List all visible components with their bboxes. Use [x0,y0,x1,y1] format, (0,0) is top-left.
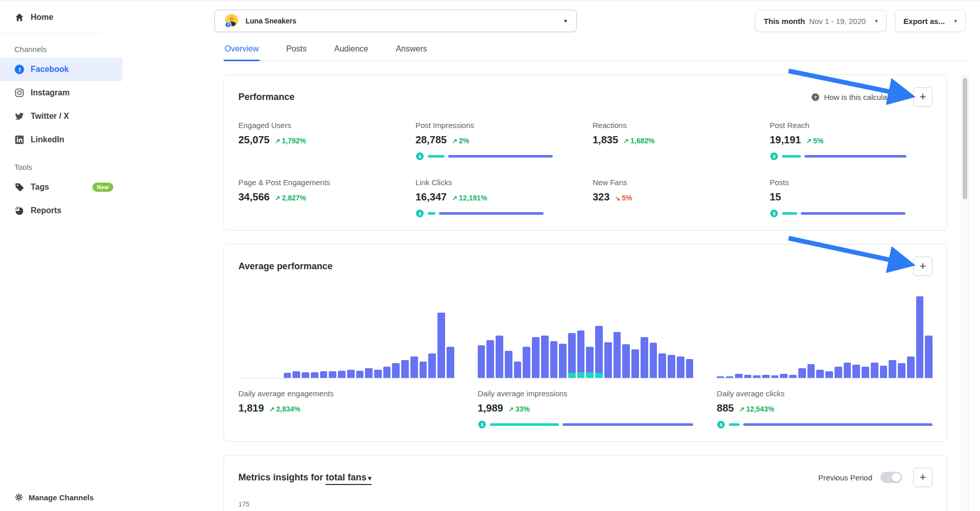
chart-bar-paid-segment [586,372,594,378]
chart-bar [835,367,842,378]
sidebar-item-home[interactable]: Home [0,6,122,29]
metric-delta: ↗2,834% [269,405,300,413]
chevron-down-icon: ▾ [368,474,372,482]
metric-value: 1,835 [593,134,618,146]
sidebar-item-linkedin[interactable]: LinkedIn [0,128,122,151]
performance-header-actions: ? How is this calculated? + [811,87,933,107]
sidebar-item-reports[interactable]: Reports [0,199,122,222]
how-calculated-link[interactable]: ? How is this calculated? [811,93,902,101]
metric-label: Engaged Users [238,121,401,130]
trend-up-icon: ↗ [508,405,514,413]
y-axis-tick: 175 [238,500,933,508]
chevron-down-icon: ▾ [564,17,567,24]
chart-bar [550,341,558,378]
chart-bar [735,374,743,378]
chart-bar [789,375,797,378]
linkedin-icon [14,135,24,145]
tab-audience[interactable]: Audience [333,44,370,61]
date-range-selector[interactable]: This month Nov 1 - 19, 2020 ▾ [755,10,887,32]
chart-bar [614,332,621,378]
add-insight-button[interactable]: + [913,468,933,487]
add-average-metric-button[interactable]: + [913,257,933,276]
metric-delta: ↗2,827% [275,194,306,202]
delta-value: 12,191% [459,194,487,202]
chart-bar [496,336,503,378]
stat-value-row: 1,819↗2,834% [238,402,454,414]
stat-label: Daily average engagements [238,389,454,398]
account-selector[interactable]: f Luna Sneakers ▾ [214,10,577,32]
delta-value: 2,834% [276,405,300,413]
metric-delta: ↗1,682% [623,137,654,145]
home-icon [14,12,24,22]
tag-icon [14,182,24,192]
chart-bar [514,362,522,378]
daily-engagements-bar-chart [238,296,454,379]
add-metric-button[interactable]: + [913,87,933,107]
delta-value: 1,682% [630,137,654,145]
sidebar-divider [0,33,101,34]
metric-value-row: 1,835↗1,682% [593,134,755,146]
daily-engagements-stat: Daily average engagements1,819↗2,834% [238,389,454,414]
average-charts-row: Daily average engagements1,819↗2,834% Da… [238,296,933,429]
export-button[interactable]: Export as... ▾ [895,10,966,32]
svg-text:f: f [228,22,229,28]
chart-bar [889,360,896,378]
performance-card: Performance ? How is this calculated? + … [224,74,947,231]
sidebar-item-facebook[interactable]: fFacebook [0,58,122,81]
metric-engaged-users: Engaged Users25,075↗1,792% [238,121,401,161]
stat-label: Daily average clicks [717,389,933,398]
chart-bar [780,374,788,378]
chart-bar [862,367,869,378]
chart-bar [816,370,824,378]
chart-bar [622,344,630,378]
trend-up-icon: ↗ [275,194,280,202]
previous-period-toggle[interactable] [880,472,902,483]
reports-icon [14,206,24,216]
total-fans-label: total fans [326,472,366,482]
metrics-insights-title: Metrics insights for total fans▾ [238,472,372,483]
chart-bar [541,336,549,378]
chart-bar [420,362,427,378]
sidebar-item-twitter-x[interactable]: Twitter / X [0,105,122,128]
stat-value-row: 1,989↗33% [478,402,694,414]
chart-bar-paid-segment [577,372,585,378]
scrollbar[interactable] [961,76,969,511]
metric-label: Reactions [593,121,755,130]
cards-container: Performance ? How is this calculated? + … [224,74,947,511]
scrollbar-thumb[interactable] [963,78,967,199]
tab-answers[interactable]: Answers [395,44,428,61]
metric-value: 34,566 [238,191,270,203]
paid-organic-bar: $ [717,420,933,429]
metric-delta: ↗33% [508,405,530,413]
chart-bar [677,356,684,378]
chart-bar [762,375,770,378]
organic-bar-segment [801,212,905,215]
average-card-header: Average performance + [238,257,933,276]
chart-bar-paid-segment [568,373,576,378]
trend-up-icon: ↗ [806,137,812,145]
tab-posts[interactable]: Posts [285,44,308,61]
tabs: OverviewPostsAudienceAnswers [224,44,966,61]
chart-bar [311,372,318,378]
sidebar-item-label: Home [31,13,53,22]
sidebar-item-tags[interactable]: TagsNew [0,175,122,199]
date-range-label: This month [764,17,805,25]
chart-bar [825,371,833,378]
paid-bar-segment [428,155,445,158]
chart-bar [604,342,612,378]
paid-bar-segment [782,155,801,158]
previous-period-label: Previous Period [818,473,872,482]
metric-label: Link Clicks [415,178,578,187]
dollar-circle-icon: $ [770,152,778,161]
metric-value-row: 323↘5% [593,191,755,203]
svg-text:$: $ [773,154,775,159]
manage-channels-button[interactable]: Manage Channels [14,493,94,502]
total-fans-selector[interactable]: total fans▾ [326,472,372,485]
dollar-circle-icon: $ [478,420,486,429]
sidebar-item-label: Twitter / X [31,112,69,121]
sidebar-item-instagram[interactable]: Instagram [0,81,122,105]
metric-delta: ↗5% [806,137,823,145]
performance-card-header: Performance ? How is this calculated? + [238,87,933,107]
tab-overview[interactable]: Overview [224,44,260,61]
chart-bar [744,375,752,378]
